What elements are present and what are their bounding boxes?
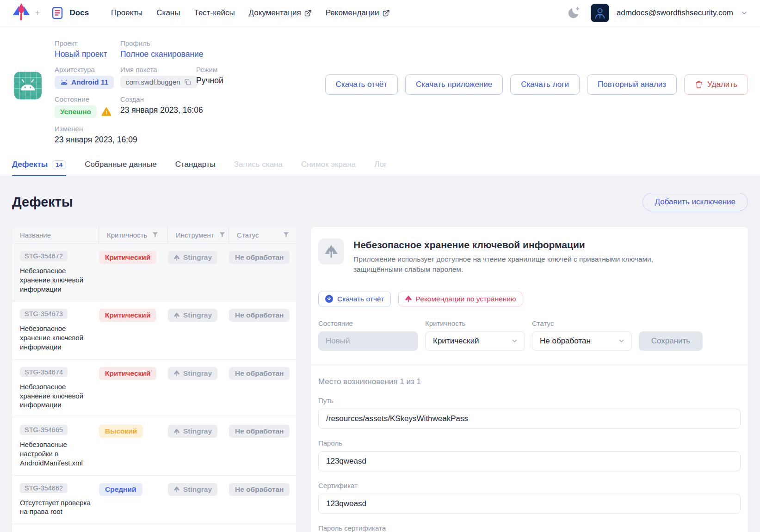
document-icon[interactable] xyxy=(50,6,64,20)
scan-tabs: Дефекты 14 Собранные данные Стандарты За… xyxy=(0,154,760,176)
defect-id-badge: STG-354673 xyxy=(20,309,68,319)
stingray-logo-icon[interactable] xyxy=(12,2,31,24)
download-circle-icon xyxy=(325,294,334,303)
status-badge: Не обработан xyxy=(229,367,290,380)
filter-funnel-icon[interactable] xyxy=(152,231,159,239)
field-modified: Изменен 23 января 2023, 16:09 xyxy=(55,125,223,145)
field-package: Имя пакета com.swdf.buggen xyxy=(120,66,196,89)
nav-item-documentation[interactable]: Документация xyxy=(249,8,312,18)
docs-label[interactable]: Docs xyxy=(70,8,89,18)
tool-badge: Stingray xyxy=(168,425,217,438)
status-select[interactable]: Не обработан xyxy=(532,331,632,351)
occurrence-heading: Место возникновения 1 из 1 xyxy=(318,377,741,386)
defect-row[interactable]: STG-354674 Небезопасное хранение ключево… xyxy=(12,360,296,417)
certificate-password-field: Пароль сертификата xyxy=(318,524,741,532)
add-exception-button[interactable]: Добавить исключение xyxy=(643,193,748,211)
field-mode: Режим Ручной xyxy=(196,66,223,89)
plus-separator: + xyxy=(35,8,40,18)
password-field: Пароль xyxy=(318,439,741,471)
package-badge: com.swdf.buggen xyxy=(120,76,197,88)
nav-item-testcases[interactable]: Тест-кейсы xyxy=(194,8,235,18)
field-architecture: Архитектура Android 11 xyxy=(55,66,120,89)
defect-row[interactable]: STG-354665 Небезопасные настройки в Andr… xyxy=(12,417,296,475)
state-badge: Успешно xyxy=(55,105,97,118)
nav-item-scans[interactable]: Сканы xyxy=(156,8,180,18)
project-link[interactable]: Новый проект xyxy=(55,49,120,59)
project-info-grid: Проект Новый проект Профиль Полное скани… xyxy=(55,39,223,145)
remediation-recommendations-button[interactable]: Рекомендации по устранению xyxy=(398,292,523,306)
top-nav: + Docs Проекты Сканы Тест-кейсы Документ… xyxy=(0,0,760,26)
column-status: Статус xyxy=(229,227,296,243)
defect-row[interactable]: STG-354673 Небезопасное хранение ключево… xyxy=(12,301,296,359)
save-button[interactable]: Сохранить xyxy=(639,331,703,351)
chevron-down-icon xyxy=(618,337,625,344)
defect-name: Небезопасные настройки в AndroidManifest… xyxy=(20,440,99,467)
severity-badge: Критический xyxy=(99,251,156,264)
chevron-down-icon[interactable] xyxy=(741,9,748,17)
tab-defects[interactable]: Дефекты 14 xyxy=(12,154,66,176)
nav-item-projects[interactable]: Проекты xyxy=(111,8,142,18)
android-icon xyxy=(60,79,68,85)
state-field: Состояние xyxy=(318,319,418,351)
warning-triangle-icon[interactable] xyxy=(101,107,111,117)
nav-items: Проекты Сканы Тест-кейсы Документация Ре… xyxy=(111,8,389,18)
user-email[interactable]: admdocs@swordfishsecurity.com xyxy=(617,8,733,18)
brand: + Docs xyxy=(12,2,89,24)
profile-link[interactable]: Полное сканирование xyxy=(120,49,223,59)
tab-log: Лог xyxy=(374,154,387,176)
defects-table: Название Критичность Инструмент Статус S… xyxy=(12,227,296,532)
status-badge: Не обработан xyxy=(229,425,290,438)
certificate-field: Сертификат xyxy=(318,482,741,514)
path-input[interactable] xyxy=(318,409,741,429)
severity-select[interactable]: Критический xyxy=(425,331,525,351)
rescan-button[interactable]: Повторный анализ xyxy=(587,74,677,95)
tool-badge: Stingray xyxy=(168,309,217,322)
tool-badge: Stingray xyxy=(168,367,217,380)
nav-item-recommendations[interactable]: Рекомендации xyxy=(326,8,390,18)
defect-name: Небезопасное хранение ключевой информаци… xyxy=(20,266,99,294)
download-app-button[interactable]: Скачать приложение xyxy=(405,74,503,95)
stingray-pink-icon xyxy=(405,295,412,303)
state-input xyxy=(318,331,418,351)
moon-icon[interactable] xyxy=(567,6,581,20)
defect-id-badge: STG-354672 xyxy=(20,251,68,261)
android-app-icon xyxy=(14,72,42,99)
defect-row[interactable]: STG-354672 Небезопасное хранение ключево… xyxy=(12,244,296,301)
tab-standards[interactable]: Стандарты xyxy=(175,154,216,176)
status-badge: Не обработан xyxy=(229,251,290,264)
trash-icon xyxy=(695,80,703,89)
project-header: Проект Новый проект Профиль Полное скани… xyxy=(0,26,760,154)
chevron-down-icon xyxy=(511,337,518,344)
external-link-icon xyxy=(304,9,312,17)
column-name: Название xyxy=(12,227,99,243)
defect-row[interactable]: STG-354662 Отсутствует проверка на права… xyxy=(12,476,296,525)
download-defect-report-button[interactable]: Скачать отчёт xyxy=(318,292,391,306)
defect-detail-description: Приложение использует доступное на чтени… xyxy=(353,254,686,275)
defects-count-badge: 14 xyxy=(52,160,66,169)
password-input[interactable] xyxy=(318,451,741,471)
column-severity: Критичность xyxy=(99,227,168,243)
defect-name: Небезопасное хранение ключевой информаци… xyxy=(20,324,99,351)
certificate-input[interactable] xyxy=(318,494,741,514)
tab-screenshot: Снимок экрана xyxy=(301,154,356,176)
tool-badge: Stingray xyxy=(168,251,217,264)
nav-right: admdocs@swordfishsecurity.com xyxy=(567,4,748,22)
copy-icon[interactable] xyxy=(184,78,192,86)
filter-funnel-icon[interactable] xyxy=(219,231,226,239)
header-actions: Скачать отчёт Скачать приложение Скачать… xyxy=(325,74,748,145)
severity-badge: Высокий xyxy=(99,425,143,438)
tool-badge: Stingray xyxy=(168,483,217,496)
defect-detail-title: Небезопасное хранение ключевой информаци… xyxy=(353,239,686,251)
severity-badge: Критический xyxy=(99,367,156,380)
download-logs-button[interactable]: Скачать логи xyxy=(510,74,580,95)
tab-collected-data[interactable]: Собранные данные xyxy=(85,154,156,176)
user-avatar[interactable] xyxy=(591,4,609,22)
filter-funnel-icon[interactable] xyxy=(283,231,290,239)
defects-table-header: Название Критичность Инструмент Статус xyxy=(12,227,296,244)
download-report-button[interactable]: Скачать отчёт xyxy=(325,74,398,95)
delete-button[interactable]: Удалить xyxy=(684,74,748,95)
stingray-gray-icon xyxy=(318,238,344,264)
field-project: Проект Новый проект xyxy=(55,39,120,59)
divider xyxy=(311,365,748,365)
field-state: Состояние Успешно xyxy=(55,95,120,118)
